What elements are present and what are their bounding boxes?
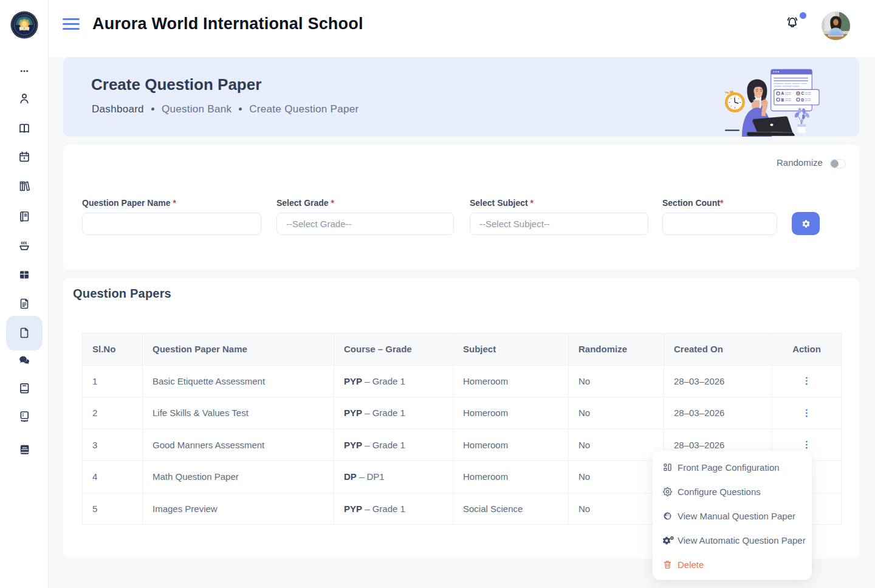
svg-text:B: B bbox=[781, 98, 784, 102]
svg-text:D: D bbox=[801, 98, 804, 102]
svg-text:C: C bbox=[801, 91, 804, 95]
svg-text:A: A bbox=[781, 91, 784, 95]
